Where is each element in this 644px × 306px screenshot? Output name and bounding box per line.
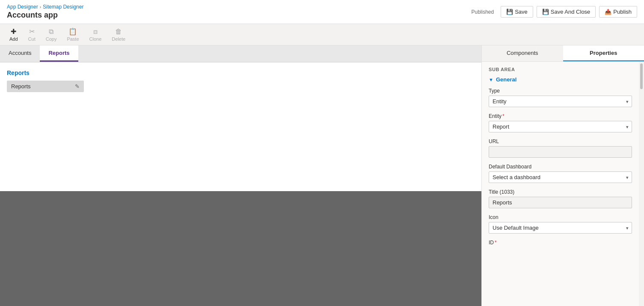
copy-button[interactable]: ⧉ Copy — [42, 26, 61, 43]
clone-icon: ⧈ — [93, 28, 98, 36]
entity-label: Entity * — [489, 113, 632, 119]
cut-button[interactable]: ✂ Cut — [24, 26, 40, 43]
copy-icon: ⧉ — [49, 28, 53, 36]
url-field-group: URL — [489, 138, 632, 158]
canvas-content: Reports Reports ✎ — [0, 63, 481, 191]
tab-components[interactable]: Components — [482, 45, 563, 61]
tab-reports[interactable]: Reports — [40, 45, 78, 62]
delete-button[interactable]: 🗑 Delete — [107, 26, 130, 43]
published-badge: Published — [471, 9, 494, 15]
save-and-close-button[interactable]: 💾 Save And Close — [537, 6, 596, 18]
breadcrumb: App Designer › Sitemap Designer Accounts… — [7, 4, 83, 20]
url-label: URL — [489, 138, 632, 144]
paste-icon: 📋 — [68, 27, 77, 36]
id-label: ID * — [489, 240, 632, 246]
toolbar: ✚ Add ✂ Cut ⧉ Copy 📋 Paste ⧈ Clone 🗑 Del… — [0, 24, 644, 45]
url-input[interactable] — [489, 146, 632, 158]
icon-select-wrapper: Use Default Image ▾ — [489, 222, 632, 234]
app-title: Accounts app — [7, 11, 83, 20]
breadcrumb-sep: › — [40, 5, 41, 9]
canvas-header: Accounts Reports — [0, 45, 481, 63]
tab-properties[interactable]: Properties — [563, 45, 644, 61]
canvas-item-reports[interactable]: Reports ✎ — [7, 81, 84, 92]
panel-body: SUB AREA ▼ General Type EntityDashboardU… — [482, 62, 639, 306]
default-dashboard-select[interactable]: Select a dashboard — [489, 171, 632, 183]
icon-field-group: Icon Use Default Image ▾ — [489, 214, 632, 234]
default-dashboard-label: Default Dashboard — [489, 164, 632, 170]
sitemap-designer-link[interactable]: Sitemap Designer — [43, 4, 83, 10]
canvas-group-title[interactable]: Reports — [7, 69, 475, 76]
cut-icon: ✂ — [29, 27, 35, 36]
default-dashboard-select-wrapper: Select a dashboard ▾ — [489, 171, 632, 183]
id-required-marker: * — [495, 240, 497, 246]
panel-tabs: Components Properties — [482, 45, 644, 62]
scrollbar[interactable] — [639, 62, 644, 306]
publish-button[interactable]: 📤 Publish — [599, 6, 637, 18]
paste-button[interactable]: 📋 Paste — [62, 26, 83, 43]
chevron-down-icon: ▼ — [489, 77, 493, 82]
add-button[interactable]: ✚ Add — [5, 26, 22, 43]
save-icon: 💾 — [506, 9, 513, 15]
entity-select-wrapper: ReportAccountContactOpportunity ▾ — [489, 121, 632, 132]
title-input[interactable] — [489, 197, 632, 208]
entity-required-marker: * — [502, 113, 505, 119]
title-label: Title (1033) — [489, 189, 632, 195]
general-section-header[interactable]: ▼ General — [489, 76, 632, 83]
id-field-group: ID * — [489, 240, 632, 246]
top-header: App Designer › Sitemap Designer Accounts… — [0, 0, 644, 24]
header-actions: Published 💾 Save 💾 Save And Close 📤 Publ… — [471, 6, 637, 18]
sub-area-title: SUB AREA — [489, 67, 632, 72]
canvas-area: Accounts Reports Reports Reports ✎ — [0, 45, 481, 306]
add-icon: ✚ — [11, 27, 16, 36]
type-select-wrapper: EntityDashboardURLWeb Resource ▾ — [489, 96, 632, 107]
default-dashboard-field-group: Default Dashboard Select a dashboard ▾ — [489, 164, 632, 183]
breadcrumb-trail: App Designer › Sitemap Designer — [7, 4, 83, 10]
canvas-item-label: Reports — [11, 83, 31, 90]
save-button[interactable]: 💾 Save — [501, 6, 533, 18]
main-layout: Accounts Reports Reports Reports ✎ Compo… — [0, 45, 644, 306]
publish-icon: 📤 — [605, 9, 611, 15]
icon-select[interactable]: Use Default Image — [489, 222, 632, 234]
title-field-group: Title (1033) — [489, 189, 632, 208]
save-close-icon: 💾 — [542, 9, 549, 15]
right-panel: Components Properties SUB AREA ▼ General… — [481, 45, 644, 306]
icon-label: Icon — [489, 214, 632, 220]
type-select[interactable]: EntityDashboardURLWeb Resource — [489, 96, 632, 107]
delete-icon: 🗑 — [115, 28, 122, 36]
clone-button[interactable]: ⧈ Clone — [85, 26, 106, 43]
entity-select[interactable]: ReportAccountContactOpportunity — [489, 121, 632, 132]
canvas-dark-area — [0, 191, 481, 306]
scrollbar-thumb — [640, 63, 643, 89]
app-designer-link[interactable]: App Designer — [7, 4, 38, 10]
type-label: Type — [489, 88, 632, 94]
entity-field-group: Entity * ReportAccountContactOpportunity… — [489, 113, 632, 132]
edit-icon[interactable]: ✎ — [75, 83, 80, 90]
tab-accounts[interactable]: Accounts — [0, 45, 40, 62]
type-field-group: Type EntityDashboardURLWeb Resource ▾ — [489, 88, 632, 107]
